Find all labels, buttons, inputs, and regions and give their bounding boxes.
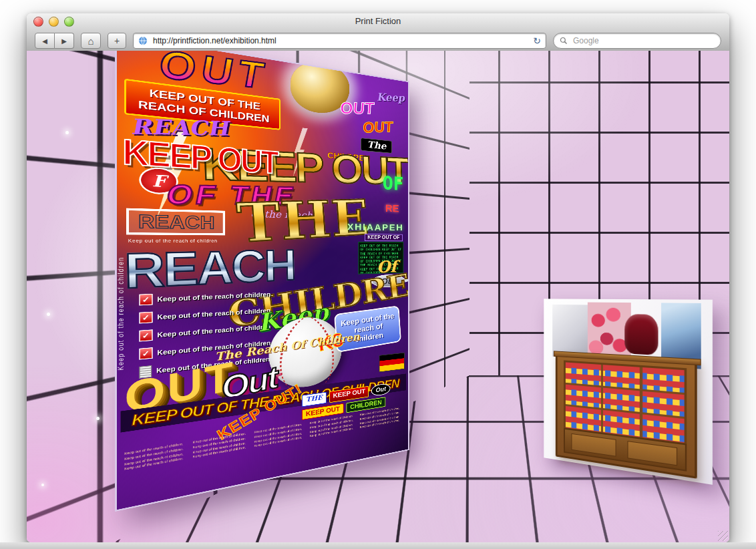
collage-mask-graphic [624, 314, 658, 355]
search-input[interactable] [572, 35, 715, 46]
browser-toolbar: ◀ ▶ ⌂ + ↻ [27, 29, 729, 50]
poster-text-out-magenta: OUT [339, 100, 375, 116]
zoom-button[interactable] [64, 17, 74, 27]
desktop-edge [0, 542, 756, 549]
add-bookmark-button[interactable]: + [108, 33, 126, 49]
resize-grip[interactable] [718, 531, 728, 541]
traffic-lights [33, 17, 74, 27]
sparkle [65, 131, 69, 134]
poster-text-keep-script: Keep [376, 92, 405, 104]
url-input[interactable] [152, 35, 529, 46]
browser-window: Print Fiction ◀ ▶ ⌂ + ↻ [27, 13, 729, 542]
poster-text-of-green: OF [383, 174, 404, 193]
window-chrome: Print Fiction ◀ ▶ ⌂ + ↻ [27, 13, 729, 51]
back-button[interactable]: ◀ [35, 33, 55, 49]
german-flag-graphic [379, 353, 405, 373]
logo-out-circle: Out [371, 383, 390, 396]
collage-paper-graphic [552, 305, 590, 359]
cabinet-artwork[interactable] [544, 299, 713, 484]
checkbox-checked-icon: ✓ [139, 347, 152, 360]
reload-icon[interactable]: ↻ [533, 36, 541, 45]
minimize-button[interactable] [49, 17, 59, 27]
poster-text-reach-boxed: REACH [126, 208, 225, 236]
poster-text-stylized-children: XHIAAPEH [347, 222, 403, 232]
poster-text-re: RE [385, 203, 399, 214]
poster-text-keep-out-of: KEEP OUT OF [365, 234, 403, 241]
plus-icon: + [114, 35, 120, 46]
poster-collage: OUT Keep OUT OUT KEEP OUT OF THE REACH O… [115, 51, 409, 512]
sparkle [41, 484, 44, 486]
search-icon [560, 37, 568, 45]
forward-icon: ▶ [61, 37, 67, 45]
forward-button[interactable]: ▶ [55, 33, 74, 49]
sparkle [47, 313, 50, 316]
poster-artwork-keep-out[interactable]: OUT Keep OUT OUT KEEP OUT OF THE REACH O… [115, 51, 409, 512]
checklist-label: Keep out of the reach of children [157, 323, 270, 339]
close-button[interactable] [33, 17, 43, 27]
sparkle [96, 417, 100, 420]
page-content: OUT Keep OUT OUT KEEP OUT OF THE REACH O… [27, 51, 729, 542]
home-icon: ⌂ [87, 35, 93, 47]
checkbox-checked-icon: ✓ [139, 329, 152, 341]
poster-text-out-red: OUT [362, 120, 394, 135]
globe-icon [138, 36, 148, 45]
gallery-room: OUT Keep OUT OUT KEEP OUT OF THE REACH O… [27, 51, 729, 542]
logo-the: THE [302, 392, 327, 407]
nav-button-group: ◀ ▶ [35, 33, 74, 49]
display-cabinet [556, 352, 697, 479]
titlebar[interactable]: Print Fiction [27, 13, 729, 29]
poster-side-text: Keep out of the reach of children [118, 256, 125, 371]
back-icon: ◀ [42, 37, 47, 45]
home-button[interactable]: ⌂ [81, 33, 101, 49]
address-bar[interactable]: ↻ [133, 33, 546, 49]
window-title: Print Fiction [27, 13, 729, 29]
checkbox-checked-icon: ✓ [139, 312, 152, 324]
checkbox-checked-icon: ✓ [139, 294, 152, 306]
search-bar[interactable] [553, 33, 721, 49]
